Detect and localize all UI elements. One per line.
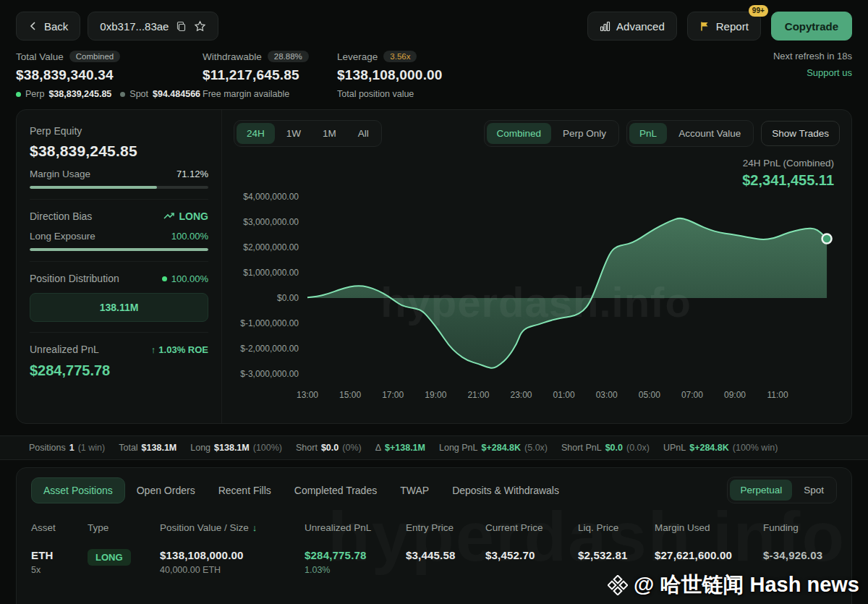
cell-funding: $-34,926.03 [763,549,837,561]
svg-text:$3,000,000.00: $3,000,000.00 [243,217,299,227]
svg-text:$-3,000,000.00: $-3,000,000.00 [240,369,299,379]
wallet-address-pill[interactable]: 0xb317...83ae [88,12,218,41]
report-count-badge: 99+ [749,5,768,17]
svg-text:$4,000,000.00: $4,000,000.00 [243,192,299,202]
col-funding[interactable]: Funding [763,522,837,533]
leverage-sub: Total position value [337,89,414,99]
col-current-price[interactable]: Current Price [485,522,578,533]
copy-icon[interactable] [176,21,187,32]
total-value: $38,839,340.34 [16,67,203,83]
leverage-label: Leverage [337,51,378,62]
range-all[interactable]: All [348,123,379,144]
svg-text:19:00: 19:00 [425,390,446,400]
distribution-box[interactable]: 138.11M [30,293,208,322]
cell-leverage: 5x [31,565,88,575]
advanced-label: Advanced [616,20,665,33]
col-asset[interactable]: Asset [31,522,88,533]
tab-twap[interactable]: TWAP [388,478,441,503]
report-button-wrap: Report 99+ [687,12,761,41]
top-bar-actions: Advanced Report 99+ Copytrade [587,12,852,41]
wallet-address: 0xb317...83ae [100,20,169,33]
svg-text:$2,000,000.00: $2,000,000.00 [243,242,299,252]
svg-text:13:00: 13:00 [297,390,318,400]
metrics-panel: Perp Equity $38,839,245.85 Margin Usage … [17,110,222,423]
cell-entry-price: $3,445.58 [406,549,485,561]
leverage-stat: Leverage 3.56x $138,108,000.00 Total pos… [337,51,518,99]
metric-pnl[interactable]: PnL [629,123,667,144]
refresh-info: Next refresh in 18s Support us [773,51,852,99]
market-spot[interactable]: Spot [793,480,834,501]
market-toggle-group: Perpetual Spot [727,477,837,503]
col-position-value[interactable]: Position Value / Size ↓ [160,522,305,533]
cell-position-value: $138,108,000.00 40,000.00 ETH [160,549,305,575]
pnl-chart-wrap[interactable]: hyperdash.info$4,000,000.00$3,000,000.00… [232,182,840,405]
svg-text:07:00: 07:00 [681,390,703,400]
report-button[interactable]: Report [687,12,761,41]
svg-text:11:00: 11:00 [767,390,788,400]
cell-size: 40,000.00 ETH [160,565,305,575]
summary-long: Long$138.1M(100%) [190,443,282,453]
cell-type: LONG [88,549,160,566]
margin-usage-value: 71.12% [176,169,208,179]
range-24h[interactable]: 24H [237,123,275,144]
col-entry-price[interactable]: Entry Price [406,522,485,533]
tab-recent-fills[interactable]: Recent Fills [207,478,283,503]
col-unrealized-pnl[interactable]: Unrealized PnL [305,522,406,533]
flag-icon [699,21,710,32]
positions-summary-strip: Positions1(1 win) Total$138.1M Long$138.… [0,435,868,460]
perp-value: $38,839,245.85 [48,89,111,99]
chart-controls: 24H 1W 1M All Combined Perp Only PnL Acc… [234,120,840,147]
total-value-stat: Total Value Combined $38,839,340.34 Perp… [16,51,203,99]
long-exposure-bar [30,248,208,251]
perp-label: Perp [25,89,44,99]
market-perpetual[interactable]: Perpetual [730,480,792,501]
unrealized-pnl-value: $284,775.78 [30,362,208,379]
metric-account-value[interactable]: Account Value [668,123,751,144]
svg-text:23:00: 23:00 [510,390,532,400]
range-1m[interactable]: 1M [312,123,346,144]
support-us-link[interactable]: Support us [773,67,852,78]
top-bar: Back 0xb317...83ae Advanced Report 99+ C [0,0,868,41]
pnl-headline-label: 24H PnL (Combined) [742,158,834,169]
summary-total: Total$138.1M [119,443,176,453]
long-badge: LONG [88,549,131,566]
direction-bias-section: Direction Bias LONG Long Exposure 100.00… [30,200,208,262]
channel-watermark-text: @ 哈世链闻 Hash news [634,571,859,600]
back-button[interactable]: Back [16,12,80,41]
mode-combined[interactable]: Combined [487,123,552,144]
direction-bias-value: LONG [179,210,208,222]
tab-completed-trades[interactable]: Completed Trades [283,478,388,503]
cell-current-price: $3,452.70 [485,549,578,561]
perp-equity-label: Perp Equity [30,125,208,137]
distribution-dot-icon [162,276,167,281]
tab-deposits-withdrawals[interactable]: Deposits & Withdrawals [441,478,571,503]
total-value-label: Total Value [16,51,64,62]
advanced-button[interactable]: Advanced [587,12,677,41]
tab-asset-positions[interactable]: Asset Positions [31,477,125,503]
star-icon[interactable] [194,20,206,33]
range-1w[interactable]: 1W [276,123,311,144]
unrealized-pnl-section: Unrealized PnL ↑ 1.03% ROE $284,775.78 [30,333,208,389]
table-tabs: Asset Positions Open Orders Recent Fills… [31,477,837,503]
position-distribution-value: 100.00% [171,273,208,284]
cell-margin-used: $27,621,600.00 [655,549,763,561]
copytrade-button[interactable]: Copytrade [771,12,852,41]
arrow-up-icon: ↑ [151,344,156,355]
mode-perp-only[interactable]: Perp Only [553,123,616,144]
withdrawable-label: Withdrawable [203,51,262,62]
col-liq-price[interactable]: Liq. Price [578,522,655,533]
direction-bias-label: Direction Bias [30,210,92,222]
svg-text:$1,000,000.00: $1,000,000.00 [243,268,299,278]
time-range-group: 24H 1W 1M All [234,120,382,147]
cell-roe: 1.03% [305,565,406,575]
tab-open-orders[interactable]: Open Orders [125,478,207,503]
svg-text:05:00: 05:00 [639,390,660,400]
margin-usage-bar [30,186,208,189]
svg-text:hyperdash.info: hyperdash.info [380,278,692,326]
report-label: Report [716,20,749,33]
show-trades-button[interactable]: Show Trades [761,121,840,146]
col-type[interactable]: Type [88,522,160,533]
svg-text:17:00: 17:00 [382,390,404,400]
col-margin-used[interactable]: Margin Used [655,522,763,533]
chevron-left-icon [28,21,38,31]
